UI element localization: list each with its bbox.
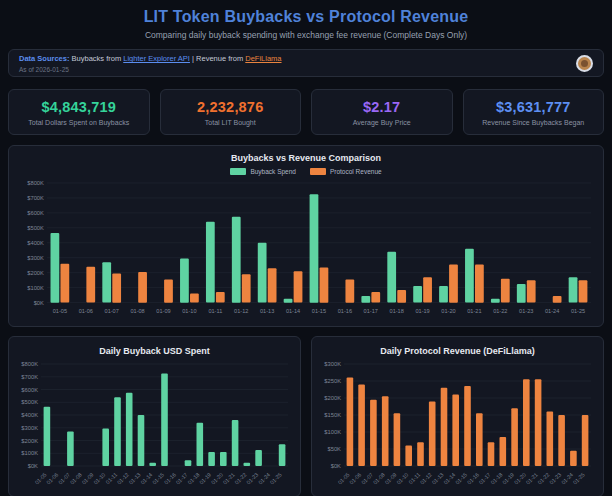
svg-text:01-16: 01-16: [466, 472, 480, 486]
svg-text:$300K: $300K: [27, 255, 44, 261]
svg-text:01-05: 01-05: [34, 472, 48, 486]
svg-text:01-05: 01-05: [337, 472, 351, 486]
svg-text:01-05: 01-05: [53, 308, 67, 314]
svg-text:01-24: 01-24: [545, 308, 559, 314]
svg-text:01-22: 01-22: [234, 472, 248, 486]
svg-text:01-10: 01-10: [182, 308, 196, 314]
svg-text:01-18: 01-18: [390, 308, 404, 314]
svg-text:$500K: $500K: [27, 225, 44, 231]
protocol-revenue-swatch-icon: [310, 168, 326, 175]
svg-text:$700K: $700K: [27, 195, 44, 201]
svg-text:01-15: 01-15: [312, 308, 326, 314]
svg-text:01-11: 01-11: [407, 472, 421, 486]
svg-text:01-08: 01-08: [69, 472, 83, 486]
svg-text:01-06: 01-06: [45, 472, 59, 486]
stat-label: Total LIT Bought: [205, 119, 256, 126]
stats-row: $4,843,719 Total Dollars Spent on Buybac…: [8, 89, 604, 135]
revenue-source-prefix: | Revenue from: [192, 54, 243, 63]
legend-label: Buyback Spend: [250, 168, 296, 175]
svg-text:01-20: 01-20: [441, 308, 455, 314]
stat-value: $2.17: [363, 99, 400, 115]
svg-text:$200K: $200K: [21, 438, 38, 444]
svg-text:01-13: 01-13: [128, 472, 142, 486]
svg-text:$0K: $0K: [34, 300, 44, 306]
svg-text:01-13: 01-13: [431, 472, 445, 486]
svg-text:$300K: $300K: [324, 361, 341, 367]
svg-text:01-07: 01-07: [105, 308, 119, 314]
svg-text:01-16: 01-16: [338, 308, 352, 314]
svg-text:01-25: 01-25: [571, 308, 585, 314]
stat-card-total-lit-bought: 2,232,876 Total LIT Bought: [160, 89, 302, 135]
lighter-explorer-link[interactable]: Lighter Explorer API: [123, 54, 190, 63]
stat-card-revenue-since: $3,631,777 Revenue Since Buybacks Began: [463, 89, 605, 135]
svg-text:01-17: 01-17: [175, 472, 189, 486]
svg-text:$250K: $250K: [324, 378, 341, 384]
svg-text:01-11: 01-11: [104, 472, 118, 486]
svg-text:$100K: $100K: [21, 451, 38, 457]
svg-text:01-12: 01-12: [234, 308, 248, 314]
svg-text:01-13: 01-13: [260, 308, 274, 314]
svg-text:$600K: $600K: [27, 210, 44, 216]
chart-legend: Buyback Spend Protocol Revenue: [17, 168, 595, 175]
defillama-link[interactable]: DeFiLlama: [245, 54, 281, 63]
svg-text:$600K: $600K: [21, 387, 38, 393]
svg-text:01-14: 01-14: [442, 472, 456, 486]
svg-text:01-24: 01-24: [560, 472, 574, 486]
svg-text:01-19: 01-19: [501, 472, 515, 486]
svg-text:01-12: 01-12: [419, 472, 433, 486]
svg-text:01-24: 01-24: [257, 472, 271, 486]
stat-value: 2,232,876: [197, 99, 263, 115]
svg-text:01-06: 01-06: [348, 472, 362, 486]
svg-text:01-10: 01-10: [395, 472, 409, 486]
legend-item-protocol-revenue: Protocol Revenue: [310, 168, 382, 175]
legend-item-buyback-spend: Buyback Spend: [230, 168, 296, 175]
svg-text:01-09: 01-09: [156, 308, 170, 314]
svg-text:01-18: 01-18: [490, 472, 504, 486]
revenue-bar-chart: $300K$250K$200K$150K$100K$50K$0K01-0501-…: [318, 356, 597, 494]
svg-text:$0K: $0K: [331, 463, 341, 469]
svg-text:01-15: 01-15: [151, 472, 165, 486]
svg-text:01-09: 01-09: [384, 472, 398, 486]
buyback-chart-card: Daily Buyback USD Spent $800K$700K$600K$…: [8, 336, 301, 496]
buybacks-source-prefix: Buybacks from: [72, 54, 122, 63]
svg-text:01-14: 01-14: [286, 308, 300, 314]
svg-text:$500K: $500K: [21, 400, 38, 406]
page-subtitle: Comparing daily buyback spending with ex…: [8, 30, 604, 40]
svg-text:01-09: 01-09: [81, 472, 95, 486]
svg-text:01-21: 01-21: [467, 308, 481, 314]
svg-text:01-08: 01-08: [130, 308, 144, 314]
svg-text:$100K: $100K: [324, 429, 341, 435]
comparison-bar-chart: $800K$700K$600K$500K$400K$300K$200K$100K…: [17, 177, 595, 322]
svg-text:01-22: 01-22: [493, 308, 507, 314]
data-sources-line: Data Sources: Buybacks from Lighter Expl…: [19, 53, 282, 64]
svg-text:01-11: 01-11: [208, 308, 222, 314]
stat-card-average-buy-price: $2.17 Average Buy Price: [311, 89, 453, 135]
svg-text:01-23: 01-23: [519, 308, 533, 314]
stat-label: Total Dollars Spent on Buybacks: [28, 119, 129, 126]
comparison-chart-title: Buybacks vs Revenue Comparison: [17, 153, 595, 163]
svg-text:01-12: 01-12: [116, 472, 130, 486]
svg-text:01-08: 01-08: [372, 472, 386, 486]
stat-card-total-spent: $4,843,719 Total Dollars Spent on Buybac…: [8, 89, 150, 135]
svg-text:01-19: 01-19: [415, 308, 429, 314]
svg-text:01-21: 01-21: [525, 472, 539, 486]
svg-text:$800K: $800K: [27, 180, 44, 186]
svg-text:$200K: $200K: [27, 270, 44, 276]
svg-text:$0K: $0K: [28, 463, 38, 469]
svg-text:01-20: 01-20: [210, 472, 224, 486]
stat-label: Revenue Since Buybacks Began: [482, 119, 584, 126]
bottom-charts-row: Daily Buyback USD Spent $800K$700K$600K$…: [8, 336, 604, 496]
svg-text:01-10: 01-10: [92, 472, 106, 486]
as-of-date: As of 2026-01-25: [19, 66, 282, 73]
buyback-bar-chart: $800K$700K$600K$500K$400K$300K$200K$100K…: [15, 356, 294, 494]
data-sources-label: Data Sources:: [19, 54, 69, 63]
svg-text:01-22: 01-22: [537, 472, 551, 486]
stat-value: $4,843,719: [41, 99, 116, 115]
svg-text:$100K: $100K: [27, 285, 44, 291]
svg-text:01-23: 01-23: [245, 472, 259, 486]
svg-text:01-14: 01-14: [139, 472, 153, 486]
svg-text:01-21: 01-21: [222, 472, 236, 486]
svg-text:01-25: 01-25: [269, 472, 283, 486]
data-sources-text-block: Data Sources: Buybacks from Lighter Expl…: [19, 53, 282, 72]
svg-text:01-17: 01-17: [364, 308, 378, 314]
